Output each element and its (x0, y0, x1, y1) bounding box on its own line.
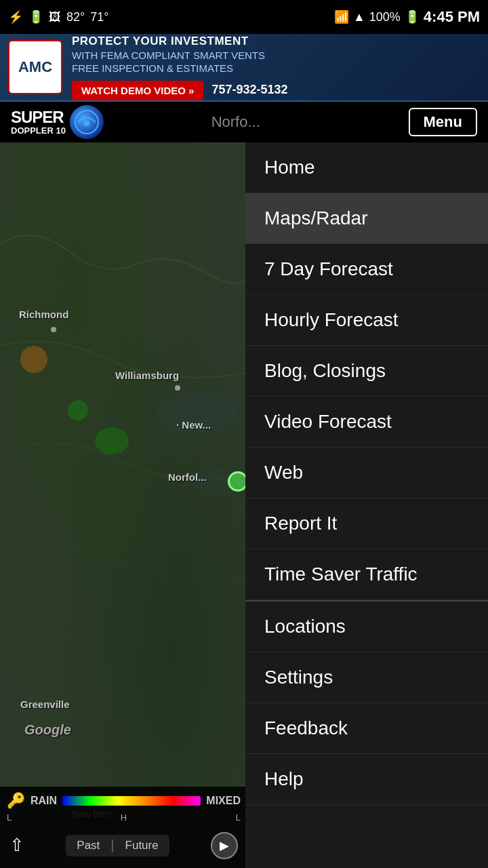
status-bar: ⚡ 🔋 🖼 82° 71° 📶 ▲ 100% 🔋 4:45 PM (0, 0, 488, 34)
menu-item-label-web: Web (264, 462, 303, 484)
future-button[interactable]: Future (115, 835, 169, 856)
legend-low: L (7, 812, 12, 823)
menu-item-label-locations: Locations (264, 616, 346, 637)
menu-item-7-day-forecast[interactable]: 7 Day Forecast (245, 244, 488, 295)
temp-low: 71° (90, 10, 108, 24)
menu-item-label-blog-closings: Blog, Closings (264, 360, 386, 382)
menu-item-label-7-day-forecast: 7 Day Forecast (264, 258, 393, 280)
menu-item-web[interactable]: Web (245, 448, 488, 498)
menu-item-label-time-saver-traffic: Time Saver Traffic (264, 564, 418, 585)
menu-item-label-video-forecast: Video Forecast (264, 411, 392, 433)
time-controls: Past | Future (66, 835, 169, 856)
rain-label: RAIN (30, 795, 57, 807)
menu-item-time-saver-traffic[interactable]: Time Saver Traffic (245, 549, 488, 600)
ad-logo: AMC (8, 40, 62, 94)
map-label-newport: · New... (176, 419, 211, 431)
ad-headline2: WITH FEMA COMPLIANT SMART VENTS (72, 50, 480, 61)
menu-item-feedback[interactable]: Feedback (245, 703, 488, 754)
rain-patch-3 (95, 427, 129, 454)
map-area[interactable]: Richmond Williamsburg · New... Norfol...… (0, 142, 247, 868)
signal-icon: ▲ (353, 10, 365, 24)
battery-percent: 100% (369, 10, 401, 24)
menu-item-home[interactable]: Home (245, 142, 488, 193)
key-icon: 🔑 (7, 792, 25, 810)
past-button[interactable]: Past (66, 835, 110, 856)
map-dot-williamsburg (175, 385, 180, 391)
map-label-richmond: Richmond (19, 309, 68, 320)
ad-cta-button[interactable]: WATCH DEMO VIDEO » (72, 81, 203, 100)
wifi-icon: 📶 (334, 9, 349, 24)
map-label-norfolk: Norfol... (168, 471, 207, 483)
temp-high: 82° (66, 10, 85, 24)
ad-phone: 757-932-5132 (211, 83, 287, 97)
share-icon[interactable]: ⇧ (9, 835, 24, 856)
side-menu: HomeMaps/Radar7 Day ForecastHourly Forec… (245, 142, 488, 868)
menu-button[interactable]: Menu (409, 108, 477, 136)
menu-item-blog-closings[interactable]: Blog, Closings (245, 346, 488, 397)
menu-item-label-settings: Settings (264, 667, 333, 688)
status-left-icons: ⚡ 🔋 🖼 82° 71° (8, 9, 108, 24)
play-button[interactable]: ▶ (211, 832, 238, 859)
app-header: SUPER DOPPLER 10 Norfo... Menu (0, 102, 488, 142)
map-marker-norfolk (228, 471, 247, 492)
nav-bar: ⇧ Past | Future ▶ (0, 823, 247, 868)
menu-item-label-help: Help (264, 768, 304, 790)
menu-item-help[interactable]: Help (245, 754, 488, 805)
map-dot-richmond (51, 327, 56, 332)
legend-gradient (62, 796, 201, 806)
ad-logo-text: AMC (18, 58, 52, 76)
battery-icon: 🔋 (405, 9, 420, 24)
map-label-greenville: Greenville (20, 698, 70, 710)
ad-headline3: FREE INSPECTION & ESTIMATES (72, 62, 480, 74)
menu-item-label-report-it: Report It (264, 513, 337, 534)
logo-doppler: DOPPLER 10 (11, 126, 66, 136)
mixed-label: MIXED (206, 795, 241, 807)
map-bottom-controls: 🔑 RAIN MIXED L H L ⇧ Past | Future ▶ (0, 787, 247, 868)
rain-patch-1 (20, 346, 47, 373)
map-label-google: Google (24, 722, 71, 738)
map-terrain-svg (0, 142, 247, 868)
usb-icon: ⚡ (8, 9, 23, 24)
menu-item-video-forecast[interactable]: Video Forecast (245, 397, 488, 448)
menu-item-maps-radar[interactable]: Maps/Radar (245, 193, 488, 244)
menu-item-report-it[interactable]: Report It (245, 498, 488, 549)
ad-headline1: PROTECT YOUR INVESTMENT (72, 35, 480, 48)
clock: 4:45 PM (424, 8, 480, 26)
ad-content: PROTECT YOUR INVESTMENT WITH FEMA COMPLI… (72, 35, 480, 100)
legend-low2: L (236, 812, 241, 823)
battery-small-icon: 🔋 (28, 9, 43, 24)
ad-banner[interactable]: AMC PROTECT YOUR INVESTMENT WITH FEMA CO… (0, 34, 488, 102)
menu-item-locations[interactable]: Locations (245, 601, 488, 652)
status-right-icons: 📶 ▲ 100% 🔋 4:45 PM (334, 8, 480, 26)
legend-high: H (121, 812, 127, 823)
header-city: Norfo... (63, 113, 409, 131)
rain-patch-2 (68, 400, 88, 420)
menu-item-label-feedback: Feedback (264, 717, 348, 739)
menu-item-label-home: Home (264, 157, 315, 178)
legend-markers: L H L (0, 812, 247, 823)
menu-item-settings[interactable]: Settings (245, 652, 488, 703)
legend-bar: 🔑 RAIN MIXED (0, 787, 247, 812)
map-label-williamsburg: Williamsburg (115, 370, 179, 381)
logo-super: SUPER (11, 108, 66, 126)
image-icon: 🖼 (49, 10, 61, 24)
menu-item-hourly-forecast[interactable]: Hourly Forecast (245, 295, 488, 346)
menu-item-label-maps-radar: Maps/Radar (264, 208, 368, 229)
menu-item-label-hourly-forecast: Hourly Forecast (264, 309, 399, 331)
